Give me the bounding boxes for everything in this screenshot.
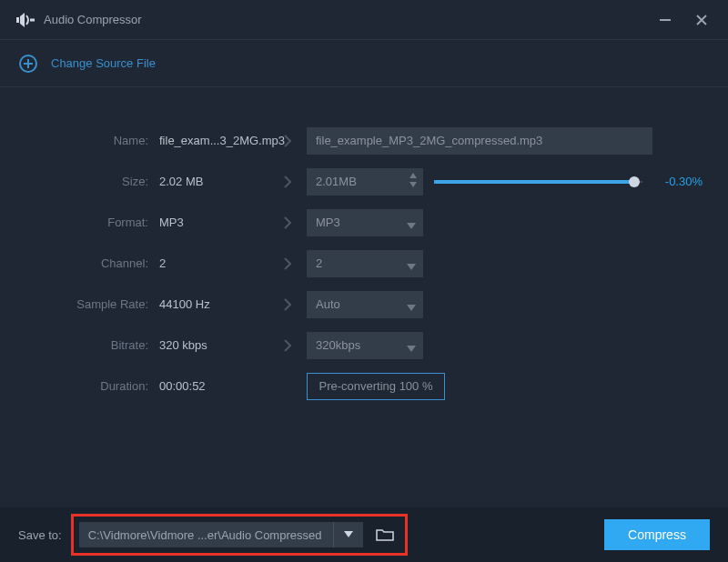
spinner-arrows-icon[interactable] [409, 171, 418, 189]
svg-marker-10 [410, 182, 417, 187]
chevron-down-icon [407, 219, 416, 233]
label-channel: Channel: [0, 256, 159, 270]
svg-marker-11 [407, 223, 416, 229]
compress-button-label: Compress [628, 527, 686, 542]
output-size-value: 2.01MB [316, 175, 357, 188]
svg-marker-15 [344, 531, 353, 537]
chevron-right-icon [268, 297, 307, 312]
chevron-right-icon [268, 175, 307, 189]
chevron-right-icon [268, 338, 307, 353]
svg-marker-1 [20, 13, 25, 27]
value-format: MP3 [159, 216, 268, 229]
size-percent-label: -0.30% [653, 175, 703, 188]
value-channel: 2 [159, 256, 268, 270]
save-path-field[interactable]: C:\Vidmore\Vidmore ...er\Audio Compresse… [79, 522, 334, 547]
format-select[interactable]: MP3 [307, 209, 423, 236]
compress-button[interactable]: Compress [604, 519, 710, 550]
row-duration: Duration: 00:00:52 Pre-converting 100 % [0, 366, 703, 406]
size-slider[interactable] [434, 180, 642, 184]
label-name: Name: [0, 134, 159, 147]
preconvert-label: Pre-converting 100 % [318, 379, 432, 393]
row-name: Name: file_exam...3_2MG.mp3 [0, 120, 703, 161]
settings-form: Name: file_exam...3_2MG.mp3 Size: 2.02 M… [0, 87, 728, 406]
value-name: file_exam...3_2MG.mp3 [159, 134, 268, 147]
app-audio-icon [16, 12, 35, 28]
value-size: 2.02 MB [159, 175, 268, 188]
add-circle-icon [18, 54, 38, 74]
value-duration: 00:00:52 [159, 379, 268, 393]
svg-rect-2 [30, 18, 35, 21]
label-sample-rate: Sample Rate: [0, 297, 159, 311]
chevron-right-icon [268, 134, 307, 148]
output-size-spinner[interactable]: 2.01MB [307, 168, 423, 196]
chevron-down-icon [407, 342, 416, 356]
output-name-input[interactable] [307, 127, 652, 155]
chevron-down-icon [344, 531, 353, 538]
channel-select[interactable]: 2 [307, 250, 423, 277]
svg-rect-0 [16, 17, 19, 23]
chevron-right-icon [268, 216, 307, 230]
value-sample-rate: 44100 Hz [159, 297, 268, 311]
save-path-value: C:\Vidmore\Vidmore ...er\Audio Compresse… [88, 528, 322, 542]
bitrate-select-value: 320kbps [316, 338, 360, 352]
label-duration: Duration: [0, 379, 159, 393]
close-button[interactable] [692, 10, 712, 30]
row-bitrate: Bitrate: 320 kbps 320kbps [0, 325, 703, 366]
label-format: Format: [0, 216, 159, 229]
chevron-down-icon [407, 301, 416, 315]
sample-rate-select-value: Auto [316, 297, 340, 311]
row-sample-rate: Sample Rate: 44100 Hz Auto [0, 284, 703, 325]
row-format: Format: MP3 MP3 [0, 202, 703, 243]
save-to-label: Save to: [18, 528, 62, 542]
chevron-down-icon [407, 260, 416, 274]
row-channel: Channel: 2 2 [0, 243, 703, 284]
label-size: Size: [0, 175, 159, 188]
svg-marker-9 [410, 173, 417, 178]
save-to-group: C:\Vidmore\Vidmore ...er\Audio Compresse… [71, 514, 408, 556]
sample-rate-select[interactable]: Auto [307, 291, 423, 318]
save-path-dropdown[interactable] [334, 522, 363, 547]
open-folder-button[interactable] [370, 522, 399, 547]
chevron-right-icon [268, 256, 307, 271]
app-title: Audio Compressor [44, 13, 639, 26]
label-bitrate: Bitrate: [0, 338, 159, 352]
channel-select-value: 2 [316, 256, 322, 270]
minimize-button[interactable] [655, 10, 675, 30]
bitrate-select[interactable]: 320kbps [307, 332, 423, 359]
value-bitrate: 320 kbps [159, 338, 268, 352]
svg-marker-12 [407, 264, 416, 270]
folder-icon [376, 527, 394, 542]
footer-bar: Save to: C:\Vidmore\Vidmore ...er\Audio … [0, 507, 728, 562]
preconvert-button[interactable]: Pre-converting 100 % [307, 373, 445, 400]
svg-marker-13 [407, 305, 416, 311]
format-select-value: MP3 [316, 216, 340, 229]
titlebar: Audio Compressor [0, 0, 728, 40]
change-source-row[interactable]: Change Source File [0, 40, 728, 87]
change-source-label: Change Source File [51, 56, 156, 70]
row-size: Size: 2.02 MB 2.01MB -0.30% [0, 161, 703, 202]
svg-marker-14 [407, 346, 416, 352]
